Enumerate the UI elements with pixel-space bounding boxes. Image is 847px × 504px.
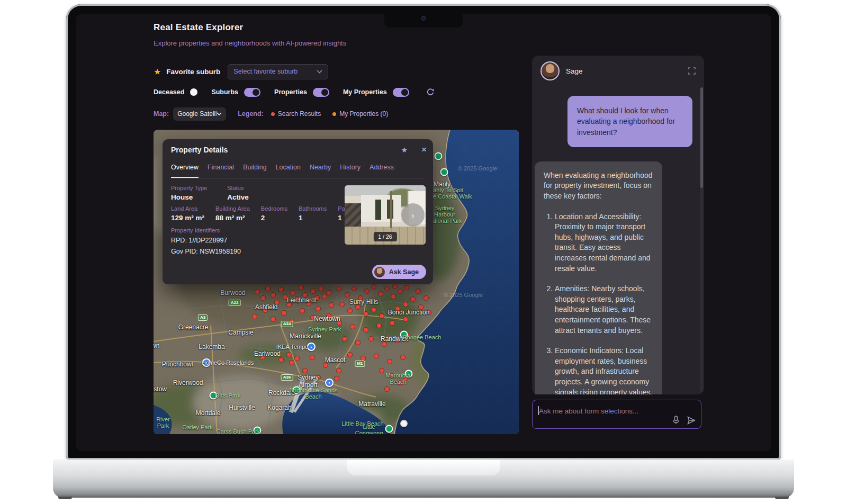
tab-location[interactable]: Location	[276, 164, 301, 178]
property-marker[interactable]	[323, 363, 328, 367]
chat-input[interactable]	[539, 404, 661, 417]
toggle-deceased-control[interactable]	[190, 88, 197, 96]
property-marker[interactable]	[291, 291, 295, 295]
property-marker[interactable]	[290, 361, 294, 365]
chevron-down-icon	[217, 112, 222, 115]
property-marker[interactable]	[388, 359, 392, 364]
property-marker[interactable]	[253, 314, 257, 319]
property-marker[interactable]	[266, 286, 270, 291]
chat-messages[interactable]: What should I look for when evaluating a…	[535, 86, 692, 394]
map-label-ikea-tempe: IKEA Tempe	[276, 344, 308, 350]
ikea-store-poi[interactable]: ▪	[307, 343, 316, 351]
property-marker[interactable]	[261, 296, 265, 300]
toggle-suburbs-switch[interactable]	[244, 88, 260, 97]
property-marker[interactable]	[404, 285, 409, 290]
property-marker[interactable]	[352, 286, 356, 291]
property-marker[interactable]	[379, 292, 383, 296]
property-marker[interactable]	[303, 368, 307, 373]
property-marker[interactable]	[380, 368, 384, 373]
property-marker[interactable]	[380, 314, 384, 318]
toggle-my-properties-switch[interactable]	[393, 88, 409, 97]
property-marker[interactable]	[369, 337, 373, 341]
map-label-punchbowl: Punchbowl	[162, 361, 193, 368]
property-marker[interactable]	[340, 302, 344, 307]
send-icon[interactable]	[687, 416, 696, 425]
map-type-select[interactable]: Google Satellite	[173, 107, 226, 121]
property-marker[interactable]	[282, 311, 286, 315]
property-marker[interactable]	[255, 290, 259, 294]
expand-icon[interactable]	[688, 67, 696, 75]
property-marker[interactable]	[377, 323, 381, 328]
carousel-next-button[interactable]: ›	[401, 203, 425, 227]
property-marker[interactable]	[348, 353, 352, 357]
property-marker[interactable]	[287, 353, 291, 357]
property-marker[interactable]	[424, 296, 428, 300]
property-marker[interactable]	[372, 308, 376, 312]
property-marker[interactable]	[361, 356, 365, 361]
property-marker[interactable]	[416, 289, 420, 293]
property-marker[interactable]	[279, 358, 283, 362]
tab-nearby[interactable]: Nearby	[310, 164, 331, 178]
property-marker[interactable]	[329, 303, 334, 307]
refresh-icon[interactable]	[426, 88, 435, 96]
property-marker[interactable]	[403, 317, 408, 321]
property-marker[interactable]	[322, 294, 327, 299]
place-marker[interactable]	[385, 425, 393, 433]
property-marker[interactable]	[343, 337, 347, 341]
property-marker[interactable]	[327, 291, 331, 295]
property-marker[interactable]	[390, 321, 394, 325]
property-marker[interactable]	[356, 305, 360, 309]
property-marker[interactable]	[398, 289, 402, 293]
property-marker[interactable]	[385, 387, 389, 391]
tab-address[interactable]: Address	[370, 164, 394, 178]
tab-building[interactable]: Building	[243, 164, 266, 178]
property-marker[interactable]	[374, 354, 379, 358]
property-marker[interactable]	[391, 294, 395, 299]
property-marker[interactable]	[393, 284, 397, 289]
property-marker[interactable]	[372, 285, 376, 289]
favorite-suburb-select[interactable]: Select favorite suburb	[228, 64, 328, 79]
property-marker[interactable]	[365, 289, 369, 293]
microphone-icon[interactable]	[672, 416, 680, 425]
property-marker[interactable]	[345, 293, 349, 297]
property-marker[interactable]	[311, 289, 315, 293]
ask-sage-button[interactable]: Ask Sage	[372, 265, 426, 279]
property-marker[interactable]	[319, 286, 323, 291]
favorite-property-star-icon[interactable]: ★	[401, 146, 408, 154]
property-marker[interactable]	[364, 328, 368, 332]
property-marker[interactable]	[348, 309, 352, 313]
tab-financial[interactable]: Financial	[208, 164, 234, 178]
property-marker[interactable]	[337, 286, 341, 291]
property-photo-carousel[interactable]: 1 / 26 ›	[345, 185, 426, 245]
property-marker[interactable]	[271, 293, 275, 297]
map[interactable]: ▪▪✈BurwoodLeichhardtAshfieldNewtownMarri…	[154, 130, 519, 434]
chat-scrollbar-thumb[interactable]	[700, 87, 703, 188]
tab-history[interactable]: History	[340, 164, 361, 178]
property-marker[interactable]	[356, 340, 360, 345]
property-marker[interactable]	[403, 302, 408, 307]
property-marker[interactable]	[337, 368, 341, 373]
tab-overview[interactable]: Overview	[171, 164, 199, 178]
toggle-label: Deceased	[154, 88, 184, 96]
place-marker[interactable]	[435, 152, 443, 160]
property-marker[interactable]	[295, 356, 299, 361]
property-marker[interactable]	[364, 312, 368, 316]
close-icon[interactable]: ×	[421, 146, 427, 154]
property-marker[interactable]	[335, 376, 339, 381]
property-marker[interactable]	[350, 325, 355, 329]
property-marker[interactable]	[271, 317, 275, 321]
property-marker[interactable]	[316, 307, 320, 311]
property-marker[interactable]	[279, 287, 283, 292]
property-marker[interactable]	[310, 355, 314, 359]
property-marker[interactable]	[385, 286, 389, 291]
place-marker[interactable]	[400, 420, 408, 427]
laptop-foot	[58, 497, 72, 499]
toggle-properties-switch[interactable]	[313, 88, 329, 97]
sydney-airport-poi[interactable]: ✈	[325, 379, 334, 387]
property-marker[interactable]	[299, 285, 303, 290]
property-marker[interactable]	[382, 342, 386, 346]
property-marker[interactable]	[411, 297, 415, 301]
place-marker[interactable]	[440, 168, 448, 176]
property-marker[interactable]	[401, 355, 405, 359]
property-marker[interactable]	[300, 309, 304, 313]
